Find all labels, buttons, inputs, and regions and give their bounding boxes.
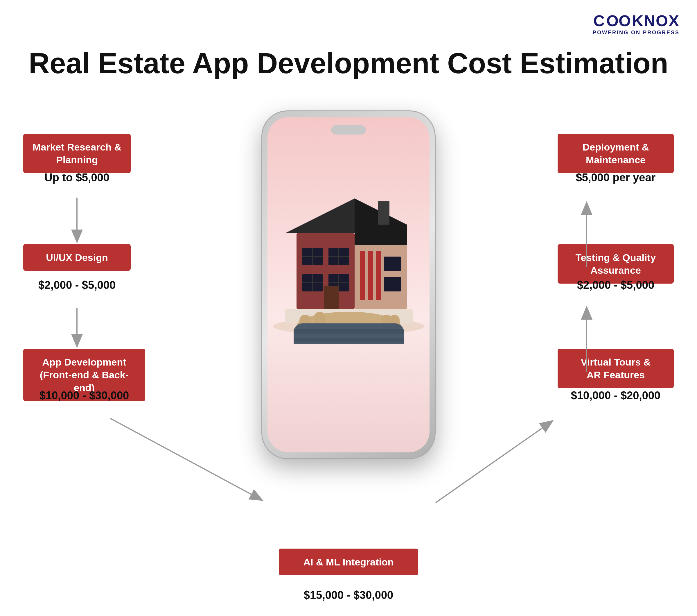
page-title: Real Estate App Development Cost Estimat… <box>0 46 697 80</box>
svg-rect-24 <box>378 201 389 225</box>
card-testing: Testing & QualityAssurance <box>558 244 674 283</box>
logo-text: C <box>593 12 605 30</box>
svg-rect-23 <box>324 285 339 309</box>
cost-uiux: $2,000 - $5,000 <box>23 279 131 291</box>
svg-rect-22 <box>384 277 401 291</box>
card-ai-ml: AI & ML Integration <box>279 548 418 575</box>
logo-oo: OO <box>606 12 631 30</box>
card-uiux: UI/UX Design <box>23 244 131 271</box>
phone-outer <box>261 111 436 459</box>
phone-notch <box>331 125 366 134</box>
svg-rect-18 <box>360 251 365 300</box>
svg-rect-21 <box>384 256 401 271</box>
house-illustration <box>267 140 430 344</box>
cost-market-research: Up to $5,000 <box>23 172 131 184</box>
svg-line-36 <box>110 419 261 500</box>
cost-ai-ml: $15,000 - $30,000 <box>279 589 418 601</box>
svg-rect-32 <box>294 338 404 342</box>
svg-marker-4 <box>285 199 355 233</box>
phone-screen <box>267 117 430 452</box>
card-deployment: Deployment &Maintenance <box>558 134 674 173</box>
logo-area: C OO KNOX POWERING ON PROGRESS <box>593 12 680 36</box>
logo-tagline: POWERING ON PROGRESS <box>593 30 680 36</box>
card-market-research: Market Research &Planning <box>23 134 131 173</box>
cost-virtual-tours: $10,000 - $20,000 <box>558 390 674 402</box>
svg-rect-19 <box>368 251 373 300</box>
phone-mockup <box>261 111 436 459</box>
cost-testing: $2,000 - $5,000 <box>558 279 674 291</box>
svg-rect-31 <box>294 329 404 334</box>
logo-text2: KNOX <box>632 12 680 30</box>
cost-app-dev: $10,000 - $30,000 <box>23 390 145 402</box>
svg-rect-20 <box>376 251 381 300</box>
card-virtual-tours: Virtual Tours &AR Features <box>558 349 674 388</box>
cost-deployment: $5,000 per year <box>558 172 674 184</box>
svg-line-39 <box>436 421 552 503</box>
